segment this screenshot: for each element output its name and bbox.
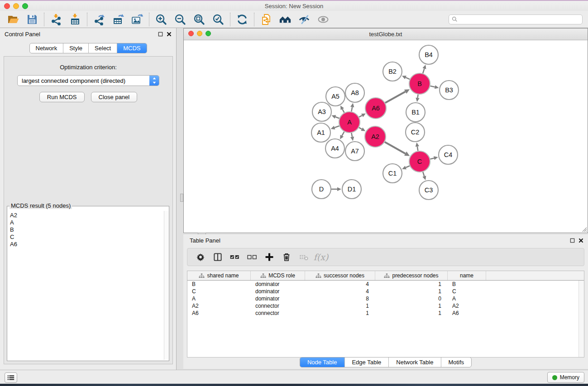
graph-node-D[interactable]: D [312, 180, 331, 199]
graph-edge-B-B3[interactable] [430, 86, 435, 87]
graph-edge-A-A7[interactable] [351, 133, 352, 137]
graph-edge-A-A6[interactable] [359, 115, 362, 117]
graph-node-D1[interactable]: D1 [342, 180, 361, 199]
save-session-button[interactable] [23, 12, 42, 27]
table-row-C[interactable]: Cdominator41C [187, 288, 578, 295]
float-table-panel-icon[interactable] [570, 238, 575, 243]
column-header-mcds-role[interactable]: MCDS role [251, 271, 305, 280]
column-header-predecessor-nodes[interactable]: predecessor nodes [375, 271, 448, 280]
graph-edge-A-A4[interactable] [342, 132, 344, 136]
graph-node-C1[interactable]: C1 [383, 164, 402, 183]
graph-edge-C-C4[interactable] [430, 158, 434, 159]
mcds-result-item[interactable]: A [10, 219, 163, 226]
graph-edge-B-B4[interactable] [423, 69, 424, 74]
graph-node-B1[interactable]: B1 [406, 103, 425, 122]
graph-edge-A6-B[interactable] [385, 92, 406, 103]
column-header-name[interactable]: name [448, 271, 486, 280]
select-all-rows-button[interactable] [228, 250, 242, 264]
table-row-A6[interactable]: A6connector11A6 [187, 310, 578, 317]
graph-edge-B-B2[interactable] [406, 77, 410, 79]
graph-edge-A-A2[interactable] [359, 128, 362, 129]
export-table-button[interactable] [109, 12, 128, 27]
graph-node-C4[interactable]: C4 [439, 145, 458, 164]
table-row-A2[interactable]: A2connector11A2 [187, 302, 578, 310]
graph-edge-A-A3[interactable] [335, 117, 339, 118]
memory-button[interactable]: Memory [547, 372, 584, 383]
close-panel-button[interactable]: Close panel [91, 92, 138, 102]
graph-node-A3[interactable]: A3 [312, 102, 331, 121]
network-minimize-button[interactable] [197, 31, 202, 36]
graph-node-B3[interactable]: B3 [440, 81, 459, 100]
home-view-button[interactable] [276, 12, 295, 27]
zoom-out-button[interactable] [171, 12, 190, 27]
table-row-B[interactable]: Bdominator41B [187, 281, 578, 288]
task-history-button[interactable] [5, 372, 17, 383]
tab-edge-table[interactable]: Edge Table [344, 357, 388, 367]
float-panel-icon[interactable] [158, 32, 163, 37]
search-input[interactable] [459, 16, 579, 23]
column-header-shared-name[interactable]: shared name [187, 271, 251, 280]
close-table-panel-icon[interactable] [578, 238, 583, 243]
graph-node-C3[interactable]: C3 [419, 181, 438, 200]
graph-edge-A2-C[interactable] [385, 142, 406, 154]
deselect-all-rows-button[interactable] [245, 250, 259, 264]
export-image-button[interactable] [128, 12, 147, 27]
run-mcds-button[interactable]: Run MCDS [39, 92, 85, 102]
mcds-result-item[interactable]: C [10, 234, 163, 241]
tab-network[interactable]: Network [29, 43, 63, 53]
mcds-result-item[interactable]: A6 [10, 241, 163, 248]
column-header-successor-nodes[interactable]: successor nodes [305, 271, 375, 280]
tab-mcds[interactable]: MCDS [117, 43, 146, 53]
network-files-button[interactable] [257, 12, 276, 27]
resize-grip-icon[interactable] [581, 226, 587, 232]
graph-edge-C-C2[interactable] [417, 147, 418, 151]
graph-node-A[interactable]: A [339, 112, 360, 133]
settings-gear-button[interactable] [194, 250, 207, 264]
show-all-button[interactable] [314, 12, 333, 27]
network-canvas[interactable]: B4B2BB3A5A8A6A3B1AA1C2A2A4A7C4CC1C3DD1 [184, 40, 588, 233]
tab-motifs[interactable]: Motifs [440, 357, 471, 367]
tab-network-table[interactable]: Network Table [388, 357, 440, 367]
network-zoom-button[interactable] [206, 31, 211, 36]
minimize-window-button[interactable] [13, 3, 19, 9]
import-network-button[interactable] [47, 12, 66, 27]
tab-node-table[interactable]: Node Table [300, 357, 344, 367]
export-network-button[interactable] [90, 12, 109, 27]
delete-columns-button[interactable] [280, 250, 293, 264]
table-scrollbar[interactable] [578, 281, 584, 357]
table-row-A[interactable]: Adominator80A [187, 295, 578, 302]
add-column-button[interactable] [263, 250, 276, 264]
mcds-result-item[interactable]: B [10, 226, 163, 234]
search-field[interactable] [449, 14, 583, 24]
tab-style[interactable]: Style [63, 43, 88, 53]
splitter-handle-vertical[interactable] [180, 194, 183, 202]
graph-node-A8[interactable]: A8 [345, 83, 364, 102]
close-window-button[interactable] [4, 3, 10, 9]
graph-node-A4[interactable]: A4 [325, 139, 344, 158]
graph-node-B4[interactable]: B4 [419, 45, 438, 64]
graph-node-A1[interactable]: A1 [311, 123, 330, 142]
zoom-in-button[interactable] [152, 12, 171, 27]
hide-selected-button[interactable] [295, 12, 314, 27]
graph-node-C2[interactable]: C2 [406, 123, 425, 142]
graph-node-B[interactable]: B [409, 73, 430, 94]
mcds-result-item[interactable]: A2 [10, 212, 163, 219]
network-window-titlebar[interactable]: testGlobe.txt [184, 29, 588, 40]
graph-node-A2[interactable]: A2 [365, 126, 386, 147]
graph-node-A7[interactable]: A7 [345, 142, 364, 161]
graph-node-A6[interactable]: A6 [365, 98, 386, 119]
graph-node-B2[interactable]: B2 [383, 62, 402, 81]
import-table-button[interactable] [66, 12, 85, 27]
zoom-selected-button[interactable] [209, 12, 228, 27]
graph-edge-C-C3[interactable] [423, 172, 424, 176]
result-scrollbar[interactable] [164, 211, 168, 360]
graph-edge-A-A8[interactable] [351, 107, 352, 111]
graph-edge-B-B1[interactable] [418, 95, 418, 98]
graph-edge-A-A1[interactable] [335, 126, 339, 128]
zoom-window-button[interactable] [22, 3, 28, 9]
network-close-button[interactable] [188, 31, 194, 36]
refresh-view-button[interactable] [233, 12, 252, 27]
graph-node-C[interactable]: C [409, 151, 430, 172]
graph-node-A5[interactable]: A5 [326, 87, 345, 106]
criterion-dropdown[interactable]: largest connected component (directed) [17, 75, 159, 86]
